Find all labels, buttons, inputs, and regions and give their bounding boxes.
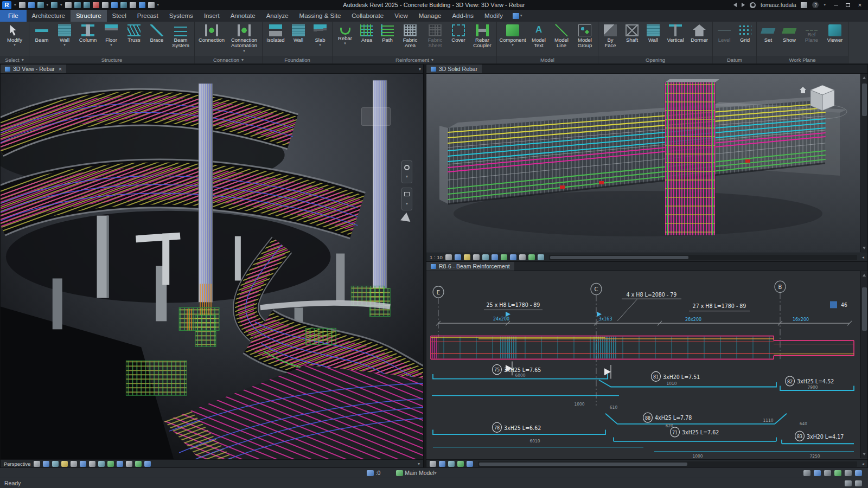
panel-label-reinforcement[interactable]: Reinforcement [333,56,496,63]
callout-81-num[interactable]: 81 [653,374,659,380]
rebar-set-label-right[interactable]: 27 x H8 L=1780 - 89 [693,303,746,309]
bottom-right-horizontal-scrollbar[interactable] [478,461,857,467]
rebar-button[interactable]: Rebar [334,22,356,55]
username[interactable]: tomasz.fudala [761,2,796,8]
section-icon[interactable] [120,2,127,8]
beam-rebar-3d-model[interactable] [426,74,860,253]
detail-level-icon[interactable] [445,254,452,260]
isolated-foundation-button[interactable]: Isolated [264,22,288,55]
shaft-opening-button[interactable]: Shaft [621,22,643,55]
save-icon[interactable] [28,2,35,8]
callout-71-text[interactable]: 3xH25 L=7.62 [682,429,719,435]
beam-reinforcement-drawing[interactable]: E C B 25 x H8 L=1780 - 89 [426,271,860,459]
ribbon-options-caret-icon[interactable]: ▾ [520,14,522,18]
revit-logo[interactable]: R [2,1,11,9]
tab-manage[interactable]: Manage [413,10,447,22]
editable-only-icon[interactable] [803,470,810,476]
scale-icon[interactable] [34,461,40,467]
help-icon[interactable]: ? [812,2,819,8]
vertical-opening-button[interactable]: Vertical [663,22,687,55]
open-icon[interactable] [19,2,25,8]
tag-by-category-icon[interactable] [93,2,99,8]
text-icon[interactable] [102,2,108,8]
undo-icon[interactable] [37,2,44,8]
opening-by-face-button[interactable]: By Face [599,22,621,55]
panel-label-select[interactable]: Select [0,56,29,63]
callout-81-text[interactable]: 3xH20 L=7.51 [663,374,700,380]
temporary-hide-icon[interactable] [457,461,464,467]
tab-annotate[interactable]: Annotate [225,10,261,22]
link-icon[interactable] [814,470,821,476]
top-right-vertical-scrollbar[interactable] [860,74,867,252]
app-menu-caret-icon[interactable]: ▾ [14,3,16,7]
spacing-label-2[interactable]: 3x163 [598,316,612,321]
callout-83-text[interactable]: 3xH20 L=4.17 [807,433,844,439]
close-button[interactable]: × [854,1,865,9]
reveal-hidden-icon[interactable] [467,461,473,467]
back-arrow-icon[interactable] [733,3,737,7]
beam-button[interactable]: Beam [30,22,53,55]
app-store-icon[interactable] [801,2,807,8]
rebar-set-label-center[interactable]: 4 x H8 L=2080 - 79 [627,292,677,298]
grid-button[interactable]: Grid [735,22,755,55]
temporary-view-properties-icon[interactable] [519,254,526,260]
crop-region-icon[interactable] [492,254,498,260]
user-avatar[interactable] [750,2,756,8]
truss-button[interactable]: Truss [123,22,145,55]
shadows-icon[interactable] [473,254,480,260]
switch-windows-icon[interactable] [139,2,145,8]
rebar-coupler-button[interactable]: Rebar Coupler [469,22,495,55]
callout-75-num[interactable]: 75 [494,367,500,373]
undo-caret-icon[interactable]: ▾ [47,3,49,7]
left-view-tab[interactable]: 3D View - Rebar × [1,65,66,73]
detail-level-icon[interactable] [43,461,49,467]
reveal-hidden-icon[interactable] [117,461,123,467]
help-caret-icon[interactable]: ▾ [824,3,826,7]
default-3d-view-icon[interactable] [111,2,118,8]
crop-view-icon[interactable] [482,254,489,260]
dormer-opening-button[interactable]: Dormer [687,22,711,55]
exclude-options-icon[interactable] [824,470,831,476]
spacing-label-1[interactable]: 24x200 [493,316,509,321]
bottom-right-vertical-scrollbar[interactable] [860,271,867,458]
tab-steel[interactable]: Steel [107,10,132,22]
callout-82-text[interactable]: 3xH25 L=4.52 [797,378,834,384]
wall-opening-button[interactable]: Wall [643,22,663,55]
tab-addins[interactable]: Add-Ins [446,10,479,22]
section-tag-number[interactable]: 46 [841,302,847,308]
tab-view[interactable]: View [389,10,413,22]
tab-massing-site[interactable]: Massing & Site [294,10,347,22]
reveal-hidden-icon[interactable] [510,254,516,260]
design-options-icon[interactable] [396,470,403,476]
tab-systems[interactable]: Systems [164,10,199,22]
sun-path-icon[interactable] [464,254,470,260]
modify-button[interactable]: Modify [1,22,28,55]
display-label[interactable]: :0 [375,470,380,476]
tab-insert[interactable]: Insert [199,10,225,22]
design-options-caret-icon[interactable]: ▾ [435,471,437,476]
detail-level-icon[interactable] [439,461,445,467]
top-right-view-tab[interactable]: 3D Solid Rebar [426,65,482,73]
constraints-icon[interactable] [538,254,544,260]
crop-region-icon[interactable] [98,461,105,467]
thin-lines-icon[interactable] [130,2,136,8]
redo-caret-icon[interactable]: ▾ [60,3,62,7]
render-icon[interactable] [80,461,86,467]
callout-78-text[interactable]: 3xH25 L=6.62 [504,425,541,431]
main-model-label[interactable]: Main Model [405,470,434,476]
visual-style-icon[interactable] [448,461,455,467]
forward-arrow-icon[interactable] [742,3,745,7]
tab-file[interactable]: File [0,10,27,22]
wall-foundation-button[interactable]: Wall [288,22,309,55]
qat-customize-caret-icon[interactable]: ▾ [157,3,159,7]
model-text-button[interactable]: Model Text [527,22,550,55]
callout-88-num[interactable]: 88 [645,415,650,421]
tab-architecture[interactable]: Architecture [27,10,71,22]
viewer-button[interactable]: Viewer [823,22,847,55]
measure-icon[interactable] [74,2,81,8]
tab-analyze[interactable]: Analyze [261,10,294,22]
sun-path-icon[interactable] [61,461,68,467]
wall-button[interactable]: Wall [53,22,76,55]
close-view-icon[interactable]: × [59,66,62,72]
spacing-label-4[interactable]: 16x200 [793,317,809,322]
